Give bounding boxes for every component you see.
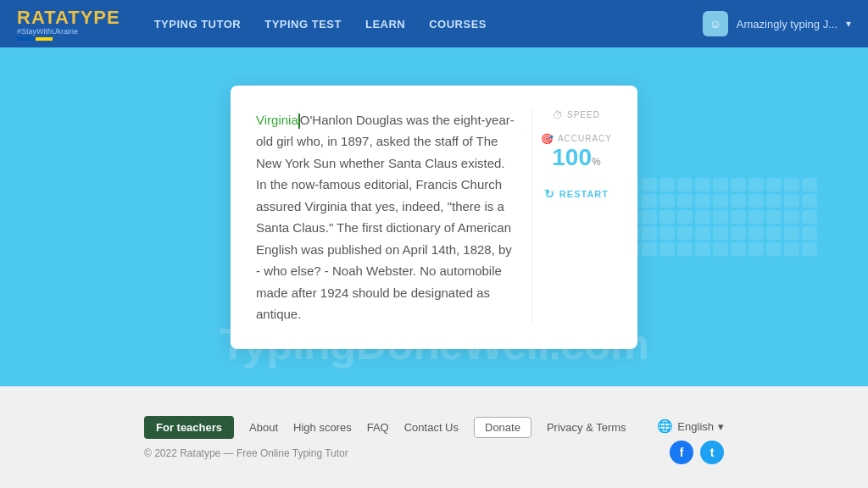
footer-faq[interactable]: FAQ: [367, 421, 389, 434]
main-content: TypingDoneWell.com // generate keyboard …: [0, 47, 868, 386]
logo-r: R: [17, 7, 31, 28]
footer: For teachers About High scores FAQ Conta…: [0, 386, 868, 488]
social-icons: f t: [670, 441, 724, 464]
header: RATATYPE #StayWithUkraine TYPING TUTOR T…: [0, 0, 868, 47]
nav-typing-tutor[interactable]: TYPING TUTOR: [154, 18, 242, 30]
footer-contact[interactable]: Contact Us: [404, 421, 459, 434]
nav-courses[interactable]: COURSES: [429, 18, 487, 30]
remaining-text: O'Hanlon Douglas was the eight-year-old …: [256, 113, 515, 322]
footer-about[interactable]: About: [249, 421, 278, 434]
ukraine-flag: [17, 37, 120, 41]
accuracy-icon: 🎯: [541, 133, 554, 145]
footer-high-scores[interactable]: High scores: [293, 421, 352, 434]
speed-label-text: SPEED: [567, 110, 600, 119]
accuracy-number: 100: [552, 144, 592, 170]
user-name: Amazingly typing J...: [737, 18, 837, 30]
restart-button[interactable]: ↻ RESTART: [544, 187, 609, 201]
speed-label: ⏱ SPEED: [541, 109, 612, 121]
globe-icon: 🌐: [657, 419, 673, 434]
language-arrow: ▾: [718, 420, 724, 433]
nav-typing-test[interactable]: TYPING TEST: [264, 18, 342, 30]
typed-correct-text: Virginia: [256, 113, 298, 127]
logo[interactable]: RATATYPE #StayWithUkraine: [17, 7, 120, 41]
footer-privacy[interactable]: Privacy & Terms: [547, 421, 626, 434]
restart-label: RESTART: [559, 189, 609, 199]
user-dropdown-arrow[interactable]: ▾: [846, 18, 851, 30]
logo-text: RATATYPE: [17, 7, 120, 29]
for-teachers-button[interactable]: For teachers: [144, 416, 234, 439]
main-nav: TYPING TUTOR TYPING TEST LEARN COURSES: [154, 18, 703, 30]
restart-icon: ↻: [544, 187, 555, 201]
flag-yellow-stripe: [36, 37, 53, 41]
header-user-area: ☺ Amazingly typing J... ▾: [703, 11, 851, 36]
donate-button[interactable]: Donate: [474, 417, 531, 438]
flag-blue-stripe: [17, 37, 34, 41]
nav-learn[interactable]: LEARN: [365, 18, 405, 30]
accuracy-unit: %: [592, 156, 601, 168]
copyright: © 2022 Ratatype — Free Online Typing Tut…: [144, 447, 724, 459]
logo-tagline: #StayWithUkraine: [17, 27, 120, 36]
accuracy-stat: 🎯 ACCURACY 100%: [541, 133, 612, 171]
avatar: ☺: [703, 11, 728, 36]
speed-stat: ⏱ SPEED: [541, 109, 612, 121]
typing-card: VirginiaO'Hanlon Douglas was the eight-y…: [231, 86, 637, 349]
typing-text-area[interactable]: VirginiaO'Hanlon Douglas was the eight-y…: [256, 109, 515, 325]
speed-icon: ⏱: [553, 109, 564, 121]
accuracy-value: 100%: [541, 145, 612, 171]
footer-right: 🌐 English ▾ f t: [657, 419, 724, 464]
twitter-icon[interactable]: t: [700, 441, 724, 464]
accuracy-label: 🎯 ACCURACY: [541, 133, 612, 145]
language-selector[interactable]: 🌐 English ▾: [657, 419, 724, 434]
accuracy-label-text: ACCURACY: [558, 134, 612, 143]
facebook-icon[interactable]: f: [670, 441, 693, 464]
side-stats: ⏱ SPEED 🎯 ACCURACY 100% ↻ RESTART: [531, 109, 612, 325]
language-label: English: [677, 420, 714, 433]
footer-links: For teachers About High scores FAQ Conta…: [144, 416, 724, 439]
logo-rest: ATATYPE: [31, 7, 120, 28]
